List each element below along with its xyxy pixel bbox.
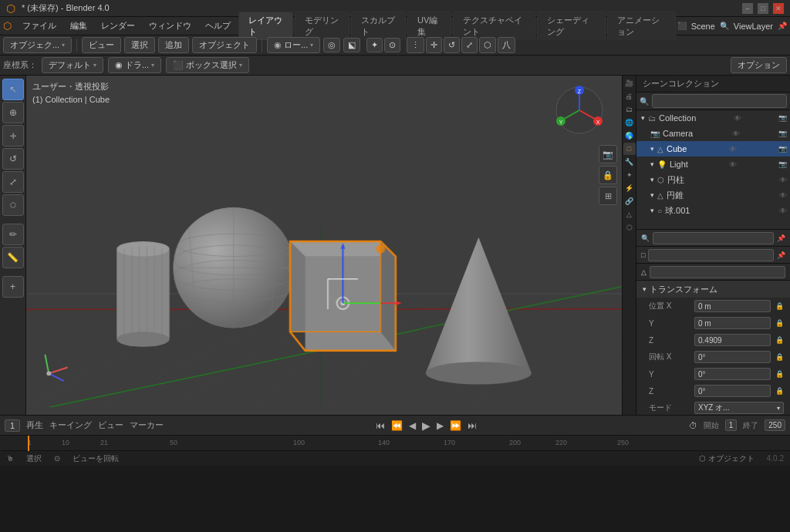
menu-file[interactable]: ファイル	[16, 19, 62, 33]
data-props-icon[interactable]: △	[623, 208, 636, 221]
transform-header[interactable]: ▾ トランスフォーム	[636, 281, 790, 298]
rotation-y-value[interactable]: 0°	[694, 368, 771, 380]
scene-props-icon[interactable]: 🌐	[623, 116, 636, 129]
world-props-icon[interactable]: 🌎	[623, 130, 636, 142]
sphere-vis-icon[interactable]: 👁	[779, 207, 787, 215]
viewport-3d[interactable]: Z X Y ユーザー・透視投影 (1) Collection | Cube 📷 …	[26, 76, 622, 415]
grid-toggle-btn[interactable]: ⊞	[599, 187, 617, 205]
location-x-value[interactable]: 0 m	[694, 300, 771, 312]
data-name-input[interactable]: Cube	[650, 266, 785, 278]
numpad-gizmo[interactable]: 八	[498, 37, 515, 53]
tab-layout[interactable]: レイアウト	[238, 12, 293, 40]
tab-modeling[interactable]: モデリング	[295, 12, 349, 40]
pivot-dropdown[interactable]: ◉ ドラ... ▾	[108, 57, 161, 73]
options-button[interactable]: オプション	[731, 57, 787, 73]
minimize-button[interactable]: −	[742, 3, 753, 14]
rotate-tool[interactable]: ↺	[2, 148, 24, 170]
tab-animation[interactable]: アニメーション	[607, 12, 676, 40]
select-tool[interactable]: ↖	[2, 79, 24, 100]
lock-z-icon[interactable]: 🔒	[775, 336, 784, 344]
cube-vis-icon[interactable]: 👁	[729, 145, 737, 153]
properties-search-input[interactable]	[653, 232, 774, 244]
tab-shading[interactable]: シェーディング	[537, 12, 606, 40]
menu-window[interactable]: ウィンドウ	[143, 19, 198, 33]
maximize-button[interactable]: □	[758, 3, 768, 14]
view-layer-props-icon[interactable]: 🗂	[623, 103, 636, 116]
object-mode-dropdown[interactable]: オブジェク... ▾	[3, 37, 72, 53]
rot-lock-z-icon[interactable]: 🔒	[775, 387, 784, 395]
tab-texture-paint[interactable]: テクスチャペイント	[453, 12, 535, 40]
object-menu[interactable]: オブジェクト	[192, 37, 257, 53]
outliner-item-sphere[interactable]: ▾ ○ 球.001 👁	[636, 203, 790, 218]
next-frame-btn[interactable]: ▶	[437, 420, 444, 431]
jump-start-btn[interactable]: ⏮	[376, 420, 385, 431]
coord-dropdown[interactable]: デフォルト ▾	[42, 57, 103, 73]
snap-select-btn[interactable]: ⬛ ボックス選択 ▾	[166, 57, 249, 73]
render-props-icon[interactable]: 🎥	[623, 77, 636, 89]
modifier-props-icon[interactable]: 🔧	[623, 156, 636, 168]
outliner-item-light[interactable]: ▾ 💡 Light 👁 📷	[636, 157, 790, 172]
snap-toggle[interactable]: ✦	[366, 38, 383, 52]
outliner-item-camera[interactable]: 📷 Camera 👁 📷	[636, 126, 790, 141]
add-menu[interactable]: 追加	[158, 37, 189, 53]
view-label[interactable]: ビュー	[98, 419, 123, 431]
location-y-value[interactable]: 0 m	[694, 317, 771, 329]
output-props-icon[interactable]: 🖨	[623, 90, 636, 103]
outliner-item-collection[interactable]: ▾ 🗂 Collection 👁 📷	[636, 110, 790, 126]
particles-props-icon[interactable]: ✦	[623, 169, 636, 181]
constraints-props-icon[interactable]: 🔗	[623, 195, 636, 207]
frame-start-value[interactable]: 1	[725, 419, 738, 431]
navigation-gizmo[interactable]: Z X Y	[552, 83, 606, 137]
lock-view-btn[interactable]: 🔒	[599, 166, 617, 184]
physics-props-icon[interactable]: ⚡	[623, 182, 636, 194]
outliner-item-cone[interactable]: ▾ △ 円錐 👁	[636, 187, 790, 203]
extra-gizmo[interactable]: ⬡	[479, 37, 496, 53]
rotation-x-value[interactable]: 0°	[694, 351, 771, 363]
rotation-mode-dropdown[interactable]: XYZ オ... ▾	[694, 402, 784, 414]
menu-render[interactable]: レンダー	[95, 19, 141, 33]
rot-lock-y-icon[interactable]: 🔒	[775, 370, 784, 378]
outliner-search-input[interactable]	[652, 94, 787, 108]
view-layer-name[interactable]: ViewLayer	[734, 22, 773, 31]
play-btn[interactable]: ▶	[422, 419, 430, 432]
render-mode-dropdown[interactable]: ◉ ロー... ▾	[267, 37, 320, 53]
object-props-icon[interactable]: □	[623, 143, 636, 155]
object-name-input[interactable]: Cube	[648, 249, 774, 261]
select-menu[interactable]: 選択	[124, 37, 155, 53]
rotation-z-value[interactable]: 0°	[694, 385, 771, 397]
keying-label[interactable]: キーイング	[49, 419, 92, 431]
prev-frame-btn[interactable]: ◀	[409, 420, 416, 431]
prev-keyframe-btn[interactable]: ⏪	[391, 420, 403, 431]
add-object-tool[interactable]: +	[2, 276, 24, 298]
material-props-icon[interactable]: ⬡	[623, 221, 636, 234]
close-button[interactable]: ✕	[773, 3, 784, 14]
scene-name[interactable]: Scene	[691, 22, 715, 31]
outliner-item-cube[interactable]: ▾ △ Cube 👁 📷	[636, 141, 790, 157]
lock-x-icon[interactable]: 🔒	[775, 302, 784, 310]
scale-tool[interactable]: ⤢	[2, 171, 24, 193]
measure-tool[interactable]: 📏	[2, 247, 24, 268]
annotate-tool[interactable]: ✏	[2, 224, 24, 245]
cone-vis-icon[interactable]: 👁	[779, 191, 787, 200]
tab-uv[interactable]: UV編集	[407, 12, 451, 40]
camera-render-icon[interactable]: 📷	[778, 130, 787, 137]
proportional-edit-btn[interactable]: ⊙	[384, 38, 400, 52]
cube-render-icon[interactable]: 📷	[778, 145, 787, 153]
menu-help[interactable]: ヘルプ	[199, 19, 237, 33]
move-tool[interactable]: ✛	[2, 125, 24, 146]
light-render-icon[interactable]: 📷	[778, 160, 787, 168]
viewport-overlay-btn[interactable]: ◎	[323, 38, 340, 52]
marker-label[interactable]: マーカー	[130, 419, 164, 431]
camera-view-btn[interactable]: 📷	[599, 145, 617, 163]
rot-lock-x-icon[interactable]: 🔒	[775, 353, 784, 361]
transform-tool[interactable]: ⬡	[2, 194, 24, 216]
rotate-gizmo[interactable]: ↺	[444, 37, 460, 53]
location-z-value[interactable]: 0.4909	[694, 334, 771, 346]
frame-end-value[interactable]: 250	[765, 419, 785, 431]
collection-render-icon[interactable]: 📷	[778, 114, 787, 122]
outliner-item-cylinder[interactable]: ▾ ⬡ 円柱 👁	[636, 172, 790, 187]
cursor-tool[interactable]: ⊕	[2, 102, 24, 123]
jump-end-btn[interactable]: ⏭	[468, 420, 477, 431]
xray-btn[interactable]: ⬕	[343, 38, 360, 52]
scale-gizmo[interactable]: ⤢	[461, 37, 478, 53]
